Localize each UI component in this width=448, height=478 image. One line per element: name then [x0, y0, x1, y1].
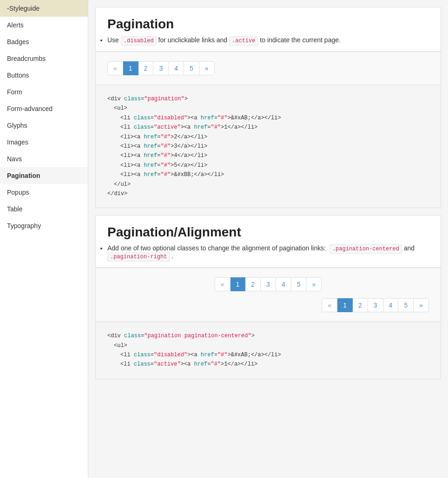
pagination-right-row: « 1 2 3 4 5	[107, 298, 429, 312]
right-page-4-link[interactable]: 4	[383, 298, 399, 312]
right-page-2: 2	[353, 298, 368, 312]
pagination-next-link[interactable]: »	[199, 61, 215, 75]
right-page-2-link[interactable]: 2	[353, 298, 368, 312]
pagination-page-2: 2	[138, 61, 154, 75]
pagination-alignment-code-block: <div class="pagination pagination-center…	[96, 321, 441, 379]
centered-prev-link[interactable]: «	[215, 277, 231, 291]
right-page-3: 3	[368, 298, 383, 312]
pagination-page-4-link[interactable]: 4	[169, 61, 184, 75]
code-line-9: <li><a href="#">&#xBB;</a></li>	[107, 170, 429, 179]
align-code-line-4: <li class="active"><a href="#">1</a></li…	[107, 360, 429, 369]
code-line-5: <li><a href="#">2</a></li>	[107, 132, 429, 142]
centered-next: »	[306, 277, 322, 291]
pagination-alignment-description: Add one of two optional classes to chang…	[107, 244, 429, 260]
pagination-page-2-link[interactable]: 2	[138, 61, 154, 75]
sidebar-item-glyphs[interactable]: Glyphs	[0, 117, 88, 134]
centered-prev: «	[215, 277, 231, 291]
pagination-alignment-demo-area: « 1 2 3 4 5	[96, 268, 441, 321]
main-content: Pagination Use .disabled for unclickable…	[88, 0, 448, 478]
right-page-3-link[interactable]: 3	[368, 298, 383, 312]
pagination-page-3-link[interactable]: 3	[153, 61, 169, 75]
pagination-alignment-title: Pagination/Alignment	[107, 225, 429, 240]
pagination-prev-link[interactable]: «	[107, 61, 123, 75]
sidebar-item-popups[interactable]: Popups	[0, 184, 88, 201]
code-line-3: <li class="disabled"><a href="#">&#xAB;<…	[107, 113, 429, 123]
centered-page-3: 3	[261, 277, 276, 291]
pagination-section: Pagination Use .disabled for unclickable…	[95, 7, 441, 208]
align-code-line-2: <ul>	[107, 341, 429, 350]
align-code-line-1: <div class="pagination pagination-center…	[107, 331, 429, 340]
centered-page-1: 1	[231, 277, 246, 291]
centered-page-4-link[interactable]: 4	[276, 277, 291, 291]
pagination-title: Pagination	[107, 17, 429, 32]
right-page-1-link[interactable]: 1	[337, 298, 353, 312]
sidebar: -Styleguide Alerts Badges Breadcrumbs Bu…	[0, 0, 88, 478]
pagination-demo: « 1 2 3 4 5 »	[107, 61, 429, 75]
sidebar-item-form[interactable]: Form	[0, 84, 88, 100]
pagination-demo-area: « 1 2 3 4 5 »	[96, 52, 441, 85]
code-line-2: <ul>	[107, 104, 429, 113]
centered-page-5: 5	[291, 277, 307, 291]
pagination-page-3: 3	[153, 61, 169, 75]
centered-page-2-link[interactable]: 2	[245, 277, 261, 291]
pagination-centered-row: « 1 2 3 4 5	[107, 277, 429, 291]
active-code: .active	[229, 36, 258, 46]
centered-page-3-link[interactable]: 3	[261, 277, 276, 291]
code-line-10: </ul>	[107, 180, 429, 189]
pagination-page-1: 1	[123, 61, 138, 75]
sidebar-item-typography[interactable]: Typography	[0, 217, 88, 234]
pagination-centered-code: .pagination-centered	[329, 244, 402, 254]
right-page-5: 5	[398, 298, 414, 312]
centered-next-link[interactable]: »	[306, 277, 322, 291]
code-line-1: <div class="pagination">	[107, 94, 429, 104]
sidebar-item-alerts[interactable]: Alerts	[0, 17, 88, 33]
centered-page-5-link[interactable]: 5	[291, 277, 307, 291]
pagination-next: »	[199, 61, 215, 75]
pagination-page-5: 5	[184, 61, 199, 75]
centered-page-4: 4	[276, 277, 291, 291]
sidebar-item-styleguide[interactable]: -Styleguide	[0, 0, 88, 17]
right-prev: «	[322, 298, 337, 312]
pagination-description-item: Use .disabled for unclickable links and …	[107, 36, 429, 44]
code-line-7: <li><a href="#">4</a></li>	[107, 151, 429, 160]
pagination-description: Use .disabled for unclickable links and …	[107, 36, 429, 44]
right-next: »	[414, 298, 429, 312]
sidebar-item-pagination[interactable]: Pagination	[0, 167, 88, 184]
right-page-4: 4	[383, 298, 399, 312]
sidebar-item-buttons[interactable]: Buttons	[0, 67, 88, 84]
pagination-right-demo: « 1 2 3 4 5	[107, 298, 429, 312]
pagination-page-4: 4	[169, 61, 184, 75]
align-code-line-3: <li class="disabled"><a href="#">&#xAB;<…	[107, 350, 429, 360]
sidebar-item-form-advanced[interactable]: Form-advanced	[0, 100, 88, 117]
code-line-4: <li class="active"><a href="#">1</a></li…	[107, 123, 429, 132]
code-line-6: <li><a href="#">3</a></li>	[107, 142, 429, 151]
centered-page-2: 2	[245, 277, 261, 291]
pagination-page-1-link[interactable]: 1	[123, 61, 138, 75]
code-line-8: <li><a href="#">5</a></li>	[107, 161, 429, 170]
right-page-5-link[interactable]: 5	[398, 298, 414, 312]
pagination-page-5-link[interactable]: 5	[184, 61, 199, 75]
sidebar-item-table[interactable]: Table	[0, 201, 88, 217]
pagination-prev: «	[107, 61, 123, 75]
pagination-centered-demo: « 1 2 3 4 5	[107, 277, 429, 291]
pagination-alignment-section: Pagination/Alignment Add one of two opti…	[95, 215, 441, 379]
centered-page-1-link[interactable]: 1	[231, 277, 246, 291]
pagination-right-code: .pagination-right	[107, 252, 170, 262]
code-line-11: </div>	[107, 189, 429, 198]
sidebar-item-images[interactable]: Images	[0, 134, 88, 151]
right-prev-link[interactable]: «	[322, 298, 337, 312]
disabled-code: .disabled	[121, 36, 157, 46]
pagination-alignment-description-item: Add one of two optional classes to chang…	[107, 244, 429, 260]
right-page-1: 1	[337, 298, 353, 312]
sidebar-item-navs[interactable]: Navs	[0, 151, 88, 167]
sidebar-item-badges[interactable]: Badges	[0, 33, 88, 50]
pagination-alignment-header: Pagination/Alignment Add one of two opti…	[96, 216, 441, 268]
pagination-code-block: <div class="pagination"> <ul> <li class=…	[96, 85, 441, 208]
right-next-link[interactable]: »	[414, 298, 429, 312]
pagination-section-header: Pagination Use .disabled for unclickable…	[96, 7, 441, 52]
sidebar-item-breadcrumbs[interactable]: Breadcrumbs	[0, 50, 88, 67]
